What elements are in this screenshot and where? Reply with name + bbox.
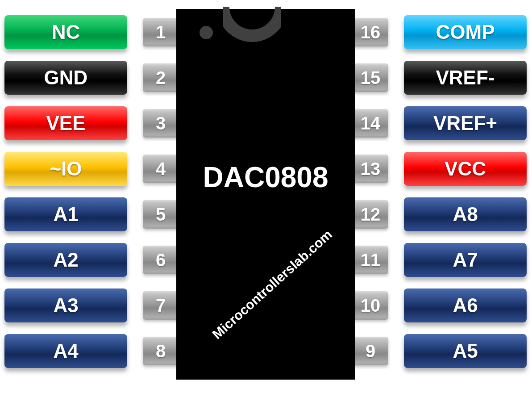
pin-label-16: COMP <box>404 15 527 49</box>
pin-label-15: VREF- <box>404 61 527 95</box>
chip-body <box>176 9 355 380</box>
pin-label-3: VEE <box>4 106 127 140</box>
pin-label-7: A3 <box>4 288 127 322</box>
pin-number-1: 1 <box>143 18 179 46</box>
chip-name: DAC0808 <box>176 161 355 194</box>
pin-label-6: A2 <box>4 243 127 277</box>
pin-label-9: A5 <box>404 334 527 368</box>
pin-label-4: ~IO <box>4 152 127 186</box>
pin-number-16: 16 <box>353 18 388 46</box>
pin-number-10: 10 <box>353 291 388 320</box>
pin-label-10: A6 <box>404 288 527 322</box>
pin-number-12: 12 <box>353 200 388 229</box>
pinout-diagram: DAC0808 Microcontrollerslab.com NC1GND2V… <box>4 9 529 384</box>
pin-label-8: A4 <box>4 334 127 368</box>
pin1-indicator-icon <box>200 26 213 39</box>
pin-number-14: 14 <box>353 109 388 138</box>
pin-label-14: VREF+ <box>404 106 527 140</box>
pin-number-7: 7 <box>143 291 179 320</box>
pin-number-4: 4 <box>143 155 179 183</box>
pin-number-5: 5 <box>143 200 179 229</box>
pin-number-9: 9 <box>353 337 388 365</box>
pin-label-11: A7 <box>404 243 527 277</box>
pin-label-12: A8 <box>404 197 527 231</box>
pin-label-5: A1 <box>4 197 127 231</box>
pin-number-15: 15 <box>353 63 388 92</box>
pin-number-3: 3 <box>143 109 179 138</box>
chip-notch-icon <box>223 7 281 42</box>
pin-label-2: GND <box>4 61 127 95</box>
pin-number-8: 8 <box>143 337 179 365</box>
pin-number-6: 6 <box>143 246 179 274</box>
pin-label-1: NC <box>4 15 127 49</box>
pin-number-11: 11 <box>353 246 388 274</box>
pin-number-13: 13 <box>353 155 388 183</box>
pin-number-2: 2 <box>143 63 179 92</box>
pin-label-13: VCC <box>404 152 527 186</box>
